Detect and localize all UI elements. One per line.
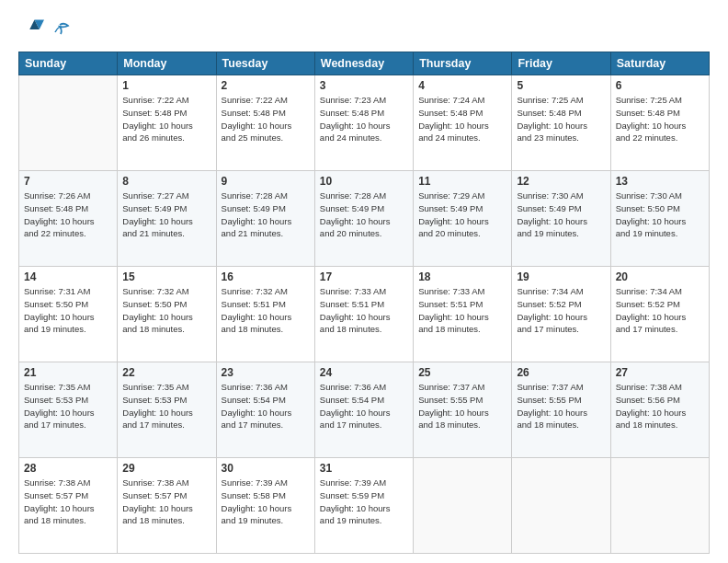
day-cell: 2Sunrise: 7:22 AMSunset: 5:48 PMDaylight… xyxy=(216,75,314,171)
day-info: Sunrise: 7:23 AMSunset: 5:48 PMDaylight:… xyxy=(320,94,408,144)
day-cell: 9Sunrise: 7:28 AMSunset: 5:49 PMDaylight… xyxy=(216,171,314,267)
logo-bird-icon xyxy=(50,21,70,41)
day-number: 5 xyxy=(517,79,605,92)
day-info: Sunrise: 7:37 AMSunset: 5:55 PMDaylight:… xyxy=(418,381,506,431)
day-number: 27 xyxy=(616,366,704,379)
calendar-body: 1Sunrise: 7:22 AMSunset: 5:48 PMDaylight… xyxy=(19,75,710,554)
day-number: 26 xyxy=(517,366,605,379)
day-number: 2 xyxy=(222,79,310,92)
day-info: Sunrise: 7:34 AMSunset: 5:52 PMDaylight:… xyxy=(616,285,704,336)
day-number: 10 xyxy=(320,175,408,188)
week-row-4: 21Sunrise: 7:35 AMSunset: 5:53 PMDayligh… xyxy=(19,362,710,458)
day-cell: 5Sunrise: 7:25 AMSunset: 5:48 PMDaylight… xyxy=(512,75,610,171)
weekday-header-monday: Monday xyxy=(118,52,216,75)
day-info: Sunrise: 7:26 AMSunset: 5:48 PMDaylight:… xyxy=(24,190,112,240)
day-cell: 13Sunrise: 7:30 AMSunset: 5:50 PMDayligh… xyxy=(610,171,709,267)
day-number: 29 xyxy=(122,462,210,475)
day-number: 1 xyxy=(122,79,210,92)
day-cell: 19Sunrise: 7:34 AMSunset: 5:52 PMDayligh… xyxy=(512,267,610,362)
day-cell: 3Sunrise: 7:23 AMSunset: 5:48 PMDaylight… xyxy=(314,75,413,171)
day-cell xyxy=(610,458,709,554)
week-row-2: 7Sunrise: 7:26 AMSunset: 5:48 PMDaylight… xyxy=(19,171,710,267)
weekday-header-tuesday: Tuesday xyxy=(216,52,314,75)
day-info: Sunrise: 7:38 AMSunset: 5:56 PMDaylight:… xyxy=(616,381,704,431)
logo xyxy=(18,17,72,42)
day-info: Sunrise: 7:25 AMSunset: 5:48 PMDaylight:… xyxy=(517,94,605,144)
week-row-3: 14Sunrise: 7:31 AMSunset: 5:50 PMDayligh… xyxy=(19,267,710,362)
day-cell: 15Sunrise: 7:32 AMSunset: 5:50 PMDayligh… xyxy=(118,267,216,362)
week-row-1: 1Sunrise: 7:22 AMSunset: 5:48 PMDaylight… xyxy=(19,75,710,171)
day-cell xyxy=(512,458,610,554)
day-number: 21 xyxy=(24,366,112,379)
weekday-header-sunday: Sunday xyxy=(19,52,118,75)
day-cell: 18Sunrise: 7:33 AMSunset: 5:51 PMDayligh… xyxy=(414,267,512,362)
day-cell: 1Sunrise: 7:22 AMSunset: 5:48 PMDaylight… xyxy=(118,75,216,171)
day-info: Sunrise: 7:29 AMSunset: 5:49 PMDaylight:… xyxy=(418,190,506,240)
logo-icon xyxy=(18,17,44,42)
day-cell: 21Sunrise: 7:35 AMSunset: 5:53 PMDayligh… xyxy=(19,362,118,458)
day-number: 7 xyxy=(24,175,112,188)
day-number: 14 xyxy=(24,270,112,283)
day-info: Sunrise: 7:39 AMSunset: 5:58 PMDaylight:… xyxy=(222,477,310,527)
day-info: Sunrise: 7:38 AMSunset: 5:57 PMDaylight:… xyxy=(24,477,112,527)
day-cell: 26Sunrise: 7:37 AMSunset: 5:55 PMDayligh… xyxy=(512,362,610,458)
day-info: Sunrise: 7:27 AMSunset: 5:49 PMDaylight:… xyxy=(122,190,210,240)
day-number: 13 xyxy=(616,175,704,188)
calendar-table: SundayMondayTuesdayWednesdayThursdayFrid… xyxy=(18,52,710,554)
day-cell: 22Sunrise: 7:35 AMSunset: 5:53 PMDayligh… xyxy=(118,362,216,458)
day-number: 9 xyxy=(222,175,310,188)
calendar-page: SundayMondayTuesdayWednesdayThursdayFrid… xyxy=(0,0,728,563)
day-cell: 8Sunrise: 7:27 AMSunset: 5:49 PMDaylight… xyxy=(118,171,216,267)
day-number: 18 xyxy=(418,270,506,283)
day-cell: 31Sunrise: 7:39 AMSunset: 5:59 PMDayligh… xyxy=(314,458,413,554)
day-number: 12 xyxy=(517,175,605,188)
day-info: Sunrise: 7:28 AMSunset: 5:49 PMDaylight:… xyxy=(320,190,408,240)
day-number: 19 xyxy=(517,270,605,283)
day-number: 16 xyxy=(222,270,310,283)
day-info: Sunrise: 7:39 AMSunset: 5:59 PMDaylight:… xyxy=(320,477,408,527)
day-cell xyxy=(414,458,512,554)
day-info: Sunrise: 7:32 AMSunset: 5:50 PMDaylight:… xyxy=(122,285,210,336)
day-info: Sunrise: 7:28 AMSunset: 5:49 PMDaylight:… xyxy=(222,190,310,240)
weekday-header-friday: Friday xyxy=(512,52,610,75)
day-cell: 7Sunrise: 7:26 AMSunset: 5:48 PMDaylight… xyxy=(19,171,118,267)
day-info: Sunrise: 7:35 AMSunset: 5:53 PMDaylight:… xyxy=(24,381,112,431)
day-number: 31 xyxy=(320,462,408,475)
day-info: Sunrise: 7:33 AMSunset: 5:51 PMDaylight:… xyxy=(320,285,408,336)
day-number: 4 xyxy=(418,79,506,92)
weekday-header-wednesday: Wednesday xyxy=(314,52,413,75)
day-cell: 14Sunrise: 7:31 AMSunset: 5:50 PMDayligh… xyxy=(19,267,118,362)
day-number: 15 xyxy=(122,270,210,283)
day-info: Sunrise: 7:25 AMSunset: 5:48 PMDaylight:… xyxy=(616,94,704,144)
day-info: Sunrise: 7:32 AMSunset: 5:51 PMDaylight:… xyxy=(222,285,310,336)
day-cell: 28Sunrise: 7:38 AMSunset: 5:57 PMDayligh… xyxy=(19,458,118,554)
day-cell: 29Sunrise: 7:38 AMSunset: 5:57 PMDayligh… xyxy=(118,458,216,554)
day-cell: 17Sunrise: 7:33 AMSunset: 5:51 PMDayligh… xyxy=(314,267,413,362)
day-cell: 20Sunrise: 7:34 AMSunset: 5:52 PMDayligh… xyxy=(610,267,709,362)
day-cell: 30Sunrise: 7:39 AMSunset: 5:58 PMDayligh… xyxy=(216,458,314,554)
day-number: 28 xyxy=(24,462,112,475)
day-info: Sunrise: 7:31 AMSunset: 5:50 PMDaylight:… xyxy=(24,285,112,336)
day-cell: 11Sunrise: 7:29 AMSunset: 5:49 PMDayligh… xyxy=(414,171,512,267)
day-cell xyxy=(19,75,118,171)
day-info: Sunrise: 7:36 AMSunset: 5:54 PMDaylight:… xyxy=(222,381,310,431)
day-info: Sunrise: 7:38 AMSunset: 5:57 PMDaylight:… xyxy=(122,477,210,527)
day-info: Sunrise: 7:30 AMSunset: 5:49 PMDaylight:… xyxy=(517,190,605,240)
day-info: Sunrise: 7:22 AMSunset: 5:48 PMDaylight:… xyxy=(222,94,310,144)
day-info: Sunrise: 7:35 AMSunset: 5:53 PMDaylight:… xyxy=(122,381,210,431)
day-info: Sunrise: 7:33 AMSunset: 5:51 PMDaylight:… xyxy=(418,285,506,336)
day-info: Sunrise: 7:34 AMSunset: 5:52 PMDaylight:… xyxy=(517,285,605,336)
day-cell: 24Sunrise: 7:36 AMSunset: 5:54 PMDayligh… xyxy=(314,362,413,458)
day-number: 20 xyxy=(616,270,704,283)
day-info: Sunrise: 7:36 AMSunset: 5:54 PMDaylight:… xyxy=(320,381,408,431)
header xyxy=(18,17,710,42)
weekday-header-row: SundayMondayTuesdayWednesdayThursdayFrid… xyxy=(19,52,710,75)
day-cell: 12Sunrise: 7:30 AMSunset: 5:49 PMDayligh… xyxy=(512,171,610,267)
day-number: 6 xyxy=(616,79,704,92)
day-number: 24 xyxy=(320,366,408,379)
day-info: Sunrise: 7:37 AMSunset: 5:55 PMDaylight:… xyxy=(517,381,605,431)
day-number: 23 xyxy=(222,366,310,379)
weekday-header-thursday: Thursday xyxy=(414,52,512,75)
day-cell: 27Sunrise: 7:38 AMSunset: 5:56 PMDayligh… xyxy=(610,362,709,458)
day-number: 3 xyxy=(320,79,408,92)
